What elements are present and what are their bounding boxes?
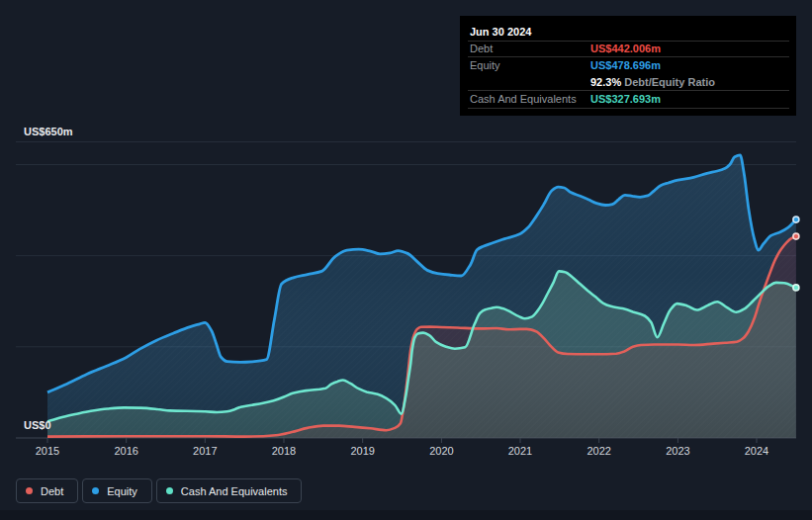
svg-text:2022: 2022	[586, 445, 610, 457]
svg-text:2016: 2016	[114, 445, 137, 457]
svg-text:2020: 2020	[429, 445, 453, 457]
svg-text:2018: 2018	[272, 445, 296, 457]
svg-text:2017: 2017	[193, 445, 217, 457]
svg-text:2021: 2021	[508, 445, 532, 457]
svg-text:2019: 2019	[350, 445, 374, 457]
svg-text:2024: 2024	[745, 445, 768, 457]
svg-text:US$0: US$0	[24, 419, 51, 431]
svg-text:2015: 2015	[36, 445, 59, 457]
svg-text:US$650m: US$650m	[24, 126, 73, 137]
svg-text:2023: 2023	[666, 445, 689, 457]
